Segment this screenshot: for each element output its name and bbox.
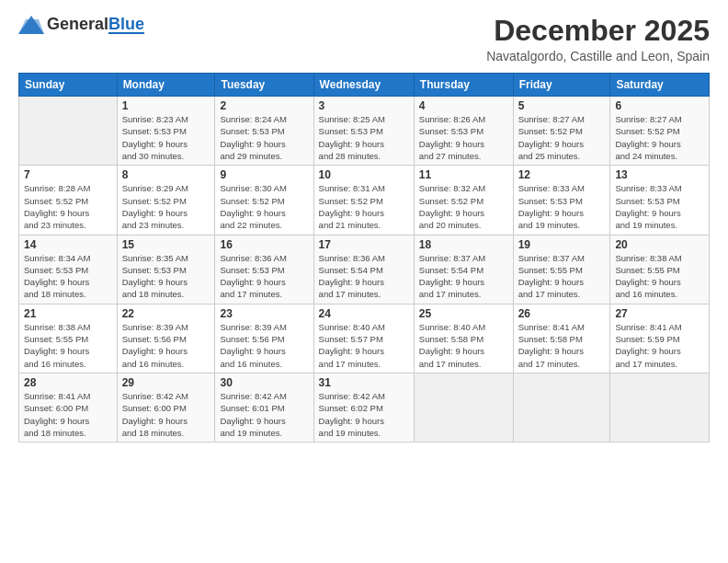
calendar-cell: 29Sunrise: 8:42 AM Sunset: 6:00 PM Dayli… xyxy=(117,373,215,442)
page: GeneralBlue December 2025 Navatalgordo, … xyxy=(0,0,728,563)
title-block: December 2025 Navatalgordo, Castille and… xyxy=(486,15,710,63)
day-info: Sunrise: 8:42 AM Sunset: 6:00 PM Dayligh… xyxy=(122,390,210,439)
calendar-cell: 20Sunrise: 8:38 AM Sunset: 5:55 PM Dayli… xyxy=(610,235,710,304)
calendar-cell: 16Sunrise: 8:36 AM Sunset: 5:53 PM Dayli… xyxy=(215,235,313,304)
day-number: 5 xyxy=(518,99,606,112)
day-number: 4 xyxy=(419,99,508,112)
day-number: 17 xyxy=(319,238,409,251)
calendar-cell: 17Sunrise: 8:36 AM Sunset: 5:54 PM Dayli… xyxy=(313,235,414,304)
calendar-cell: 6Sunrise: 8:27 AM Sunset: 5:52 PM Daylig… xyxy=(610,97,710,166)
location-title: Navatalgordo, Castille and Leon, Spain xyxy=(486,49,710,63)
calendar-cell xyxy=(19,97,118,166)
weekday-header-tuesday: Tuesday xyxy=(215,74,313,97)
day-number: 19 xyxy=(518,238,606,251)
day-number: 15 xyxy=(122,238,210,251)
calendar-cell: 26Sunrise: 8:41 AM Sunset: 5:58 PM Dayli… xyxy=(513,304,610,373)
day-info: Sunrise: 8:40 AM Sunset: 5:57 PM Dayligh… xyxy=(319,321,409,370)
day-info: Sunrise: 8:25 AM Sunset: 5:53 PM Dayligh… xyxy=(319,113,409,162)
day-number: 26 xyxy=(518,307,606,320)
day-number: 9 xyxy=(220,168,308,181)
calendar-cell: 11Sunrise: 8:32 AM Sunset: 5:52 PM Dayli… xyxy=(414,166,513,235)
calendar-cell: 12Sunrise: 8:33 AM Sunset: 5:53 PM Dayli… xyxy=(513,166,610,235)
calendar-cell: 19Sunrise: 8:37 AM Sunset: 5:55 PM Dayli… xyxy=(513,235,610,304)
day-number: 14 xyxy=(24,238,112,251)
calendar-cell: 1Sunrise: 8:23 AM Sunset: 5:53 PM Daylig… xyxy=(117,97,215,166)
day-number: 22 xyxy=(122,307,210,320)
day-number: 31 xyxy=(319,376,409,389)
day-number: 10 xyxy=(319,168,409,181)
calendar-table: SundayMondayTuesdayWednesdayThursdayFrid… xyxy=(18,73,710,442)
day-info: Sunrise: 8:40 AM Sunset: 5:58 PM Dayligh… xyxy=(419,321,508,370)
calendar-cell: 7Sunrise: 8:28 AM Sunset: 5:52 PM Daylig… xyxy=(19,166,118,235)
day-info: Sunrise: 8:23 AM Sunset: 5:53 PM Dayligh… xyxy=(122,113,210,162)
calendar-week-row: 28Sunrise: 8:41 AM Sunset: 6:00 PM Dayli… xyxy=(19,373,710,442)
calendar-cell: 9Sunrise: 8:30 AM Sunset: 5:52 PM Daylig… xyxy=(215,166,313,235)
calendar-cell: 2Sunrise: 8:24 AM Sunset: 5:53 PM Daylig… xyxy=(215,97,313,166)
calendar-cell: 13Sunrise: 8:33 AM Sunset: 5:53 PM Dayli… xyxy=(610,166,710,235)
calendar-cell: 25Sunrise: 8:40 AM Sunset: 5:58 PM Dayli… xyxy=(414,304,513,373)
day-info: Sunrise: 8:33 AM Sunset: 5:53 PM Dayligh… xyxy=(615,182,704,231)
day-number: 16 xyxy=(220,238,308,251)
day-info: Sunrise: 8:26 AM Sunset: 5:53 PM Dayligh… xyxy=(419,113,508,162)
calendar-week-row: 14Sunrise: 8:34 AM Sunset: 5:53 PM Dayli… xyxy=(19,235,710,304)
day-info: Sunrise: 8:38 AM Sunset: 5:55 PM Dayligh… xyxy=(615,252,704,301)
weekday-header-monday: Monday xyxy=(117,74,215,97)
day-number: 2 xyxy=(220,99,308,112)
day-info: Sunrise: 8:35 AM Sunset: 5:53 PM Dayligh… xyxy=(122,252,210,301)
day-number: 28 xyxy=(24,376,112,389)
day-info: Sunrise: 8:41 AM Sunset: 5:59 PM Dayligh… xyxy=(615,321,704,370)
day-number: 24 xyxy=(319,307,409,320)
day-info: Sunrise: 8:24 AM Sunset: 5:53 PM Dayligh… xyxy=(220,113,308,162)
weekday-header-friday: Friday xyxy=(513,74,610,97)
month-title: December 2025 xyxy=(486,15,710,47)
day-info: Sunrise: 8:32 AM Sunset: 5:52 PM Dayligh… xyxy=(419,182,508,231)
day-info: Sunrise: 8:41 AM Sunset: 6:00 PM Dayligh… xyxy=(24,390,112,439)
calendar-cell: 10Sunrise: 8:31 AM Sunset: 5:52 PM Dayli… xyxy=(313,166,414,235)
calendar-cell: 22Sunrise: 8:39 AM Sunset: 5:56 PM Dayli… xyxy=(117,304,215,373)
day-number: 1 xyxy=(122,99,210,112)
weekday-header-thursday: Thursday xyxy=(414,74,513,97)
day-number: 12 xyxy=(518,168,606,181)
calendar-cell: 21Sunrise: 8:38 AM Sunset: 5:55 PM Dayli… xyxy=(19,304,118,373)
day-info: Sunrise: 8:41 AM Sunset: 5:58 PM Dayligh… xyxy=(518,321,606,370)
day-info: Sunrise: 8:37 AM Sunset: 5:55 PM Dayligh… xyxy=(518,252,606,301)
day-number: 23 xyxy=(220,307,308,320)
day-info: Sunrise: 8:33 AM Sunset: 5:53 PM Dayligh… xyxy=(518,182,606,231)
day-info: Sunrise: 8:30 AM Sunset: 5:52 PM Dayligh… xyxy=(220,182,308,231)
calendar-cell xyxy=(610,373,710,442)
day-number: 11 xyxy=(419,168,508,181)
calendar-cell: 8Sunrise: 8:29 AM Sunset: 5:52 PM Daylig… xyxy=(117,166,215,235)
calendar-cell: 18Sunrise: 8:37 AM Sunset: 5:54 PM Dayli… xyxy=(414,235,513,304)
svg-marker-1 xyxy=(18,19,44,34)
calendar-cell xyxy=(513,373,610,442)
day-info: Sunrise: 8:27 AM Sunset: 5:52 PM Dayligh… xyxy=(518,113,606,162)
day-info: Sunrise: 8:38 AM Sunset: 5:55 PM Dayligh… xyxy=(24,321,112,370)
day-number: 29 xyxy=(122,376,210,389)
day-number: 30 xyxy=(220,376,308,389)
calendar-week-row: 7Sunrise: 8:28 AM Sunset: 5:52 PM Daylig… xyxy=(19,166,710,235)
day-number: 13 xyxy=(615,168,704,181)
day-info: Sunrise: 8:29 AM Sunset: 5:52 PM Dayligh… xyxy=(122,182,210,231)
day-info: Sunrise: 8:31 AM Sunset: 5:52 PM Dayligh… xyxy=(319,182,409,231)
logo-icon xyxy=(18,16,44,34)
day-info: Sunrise: 8:37 AM Sunset: 5:54 PM Dayligh… xyxy=(419,252,508,301)
calendar-cell: 31Sunrise: 8:42 AM Sunset: 6:02 PM Dayli… xyxy=(313,373,414,442)
calendar-cell: 27Sunrise: 8:41 AM Sunset: 5:59 PM Dayli… xyxy=(610,304,710,373)
day-number: 25 xyxy=(419,307,508,320)
calendar-cell: 5Sunrise: 8:27 AM Sunset: 5:52 PM Daylig… xyxy=(513,97,610,166)
calendar-cell xyxy=(414,373,513,442)
day-info: Sunrise: 8:42 AM Sunset: 6:01 PM Dayligh… xyxy=(220,390,308,439)
calendar-week-row: 1Sunrise: 8:23 AM Sunset: 5:53 PM Daylig… xyxy=(19,97,710,166)
day-info: Sunrise: 8:27 AM Sunset: 5:52 PM Dayligh… xyxy=(615,113,704,162)
day-info: Sunrise: 8:36 AM Sunset: 5:54 PM Dayligh… xyxy=(319,252,409,301)
calendar-cell: 24Sunrise: 8:40 AM Sunset: 5:57 PM Dayli… xyxy=(313,304,414,373)
day-info: Sunrise: 8:42 AM Sunset: 6:02 PM Dayligh… xyxy=(319,390,409,439)
day-info: Sunrise: 8:39 AM Sunset: 5:56 PM Dayligh… xyxy=(220,321,308,370)
day-number: 18 xyxy=(419,238,508,251)
day-number: 21 xyxy=(24,307,112,320)
weekday-header-saturday: Saturday xyxy=(610,74,710,97)
calendar-cell: 30Sunrise: 8:42 AM Sunset: 6:01 PM Dayli… xyxy=(215,373,313,442)
calendar-cell: 28Sunrise: 8:41 AM Sunset: 6:00 PM Dayli… xyxy=(19,373,118,442)
header: GeneralBlue December 2025 Navatalgordo, … xyxy=(18,15,710,63)
day-number: 6 xyxy=(615,99,704,112)
